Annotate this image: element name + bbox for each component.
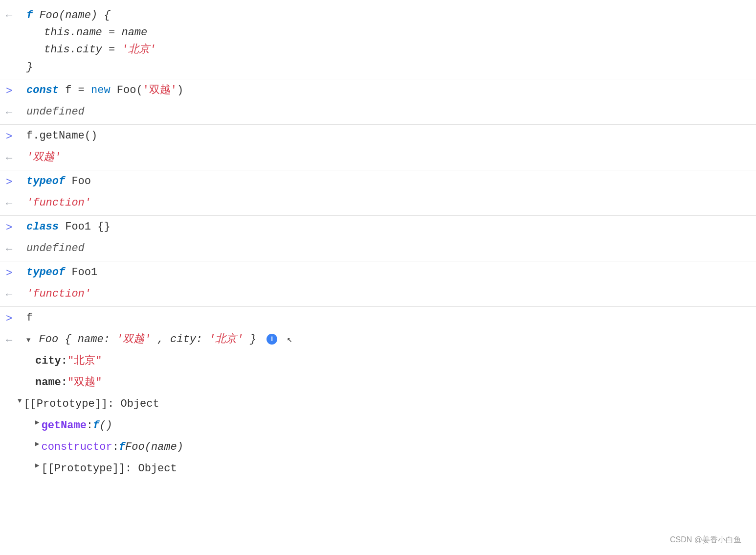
- constructor-f: f: [119, 439, 125, 455]
- prop-name-key: name:: [35, 374, 67, 391]
- foo-class-name: Foo: [39, 333, 65, 346]
- kw-typeof-2: typeof: [26, 266, 65, 278]
- input-prompt-5: >: [6, 174, 23, 190]
- foo-comma: , city:: [157, 333, 209, 346]
- code-line-1: f Foo(name) {: [26, 7, 750, 24]
- code-this-city: this.city = '北京': [44, 44, 156, 56]
- getname-f: f: [93, 417, 99, 434]
- output-prompt-2: ←: [6, 105, 23, 121]
- keyword-f: f: [26, 9, 33, 22]
- cursor-indicator: ↖: [287, 333, 292, 347]
- prop-city-key: city:: [35, 353, 67, 369]
- code-closing-brace: }: [26, 61, 33, 73]
- output-function-1: ← 'function': [0, 193, 756, 214]
- proto-prototype-label: [[Prototype]]: Object: [41, 461, 177, 477]
- foo-close-brace: }: [250, 333, 256, 346]
- output-prompt-12: ←: [6, 332, 23, 348]
- code-foo1-name: Foo1: [71, 266, 97, 278]
- prototype-label: [[Prototype]]: Object: [23, 396, 159, 412]
- foo-open-brace: {: [65, 333, 71, 346]
- separator-4: [0, 215, 756, 216]
- expand-triangle-prototype[interactable]: ▼: [18, 396, 22, 406]
- expand-triangle-getname[interactable]: ▶: [35, 417, 39, 428]
- output-function-2: ← 'function': [0, 284, 756, 305]
- separator-2: [0, 124, 756, 125]
- kw-typeof-1: typeof: [26, 175, 65, 187]
- getname-signature: (): [99, 417, 112, 434]
- prop-name-value: "双越": [67, 374, 102, 391]
- code-line-3: this.city = '北京': [26, 41, 750, 58]
- getname-key: getName: [41, 417, 86, 434]
- code-this-name: this.name = name: [44, 26, 147, 39]
- property-name: name: "双越": [0, 372, 756, 394]
- code-typeof-foo: typeof Foo: [26, 173, 91, 189]
- input-prompt-9: >: [6, 265, 23, 281]
- code-getname: f.getName(): [26, 128, 97, 144]
- output-shuangyue: ← '双越': [0, 147, 756, 169]
- output-function-text-2: 'function': [26, 286, 91, 302]
- separator-1: [0, 79, 756, 79]
- prototype-section: ▼ [[Prototype]]: Object: [0, 394, 756, 416]
- kw-new: new: [91, 84, 111, 96]
- code-line-2: this.name = name: [26, 24, 750, 41]
- kw-const: const: [26, 84, 59, 96]
- foo-prop-name-label: name:: [78, 333, 116, 346]
- separator-3: [0, 170, 756, 170]
- code-f-eq: f =: [65, 84, 91, 96]
- output-undefined-text-1: undefined: [26, 104, 85, 120]
- expand-triangle-proto-proto[interactable]: ▶: [35, 461, 39, 471]
- foo-function-code: f Foo(name) { this.name = name this.city…: [26, 7, 750, 76]
- prototype-constructor: ▶ constructor : f Foo(name): [0, 437, 756, 459]
- getname-colon: :: [87, 417, 93, 434]
- info-badge[interactable]: i: [267, 334, 277, 345]
- kw-class: class: [26, 221, 59, 233]
- input-line-typeof-foo1: > typeof Foo1: [0, 262, 756, 284]
- proto-prototype: ▶ [[Prototype]]: Object: [0, 459, 756, 480]
- output-undefined-text-2: undefined: [26, 240, 85, 256]
- watermark: CSDN @姜香小白鱼: [670, 535, 741, 545]
- code-block-foo: ← f Foo(name) { this.name = name this.ci…: [0, 5, 756, 78]
- property-city: city: "北京": [0, 351, 756, 372]
- code-const-f: const f = new Foo('双越'): [26, 82, 183, 98]
- code-foo1-body: Foo1 {}: [65, 221, 110, 233]
- code-foo-signature: Foo(name) {: [39, 9, 110, 22]
- code-line-4: }: [26, 59, 750, 76]
- expand-triangle-foo[interactable]: ▼: [26, 335, 30, 346]
- output-prompt-4: ←: [6, 150, 23, 166]
- output-prompt-10: ←: [6, 287, 23, 303]
- output-shuangyue-text: '双越': [26, 149, 61, 165]
- separator-6: [0, 306, 756, 307]
- output-undefined-1: ← undefined: [0, 102, 756, 123]
- code-f: f: [26, 310, 33, 326]
- input-line-const-f: > const f = new Foo('双越'): [0, 80, 756, 102]
- output-undefined-2: ← undefined: [0, 238, 756, 260]
- code-typeof-foo1: typeof Foo1: [26, 264, 97, 280]
- output-prompt-0: ←: [6, 8, 23, 24]
- code-foo-name: Foo: [71, 175, 91, 187]
- constructor-colon: :: [112, 439, 119, 455]
- input-prompt-3: >: [6, 129, 23, 145]
- output-foo-object: ← ▼ Foo { name: '双越' , city: '北京' } i ↖: [0, 329, 756, 351]
- expand-triangle-constructor[interactable]: ▶: [35, 439, 39, 449]
- input-prompt-7: >: [6, 220, 23, 236]
- foo-prop-name-value: '双越': [116, 333, 151, 346]
- input-prompt-1: >: [6, 83, 23, 99]
- input-line-class-foo1: > class Foo1 {}: [0, 217, 756, 238]
- constructor-signature: Foo(name): [125, 439, 183, 455]
- input-line-getname: > f.getName(): [0, 126, 756, 147]
- constructor-key: constructor: [41, 439, 112, 455]
- input-prompt-11: >: [6, 311, 23, 327]
- output-prompt-6: ←: [6, 196, 23, 212]
- prototype-getname: ▶ getName : f (): [0, 416, 756, 437]
- output-function-text-1: 'function': [26, 195, 91, 211]
- code-class-foo1: class Foo1 {}: [26, 219, 111, 235]
- output-prompt-8: ←: [6, 241, 23, 257]
- code-foo-call: Foo('双越'): [117, 84, 183, 96]
- foo-prop-city-value: '北京': [209, 333, 243, 346]
- separator-5: [0, 261, 756, 261]
- prop-city-value: "北京": [67, 353, 102, 369]
- input-line-f: > f: [0, 308, 756, 329]
- object-summary[interactable]: ▼ Foo { name: '双越' , city: '北京' } i ↖: [26, 331, 292, 347]
- input-line-typeof-foo: > typeof Foo: [0, 171, 756, 193]
